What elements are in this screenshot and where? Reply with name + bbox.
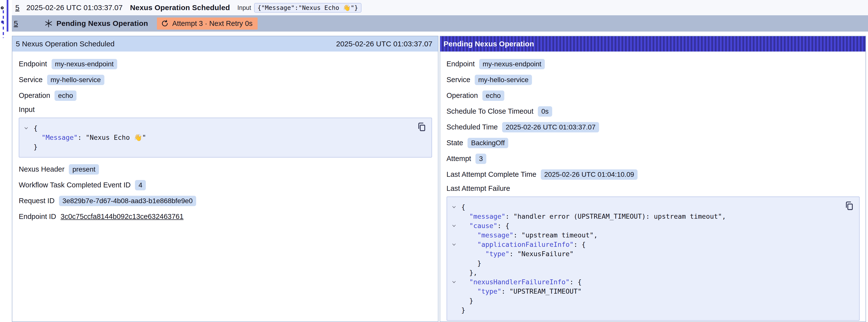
field-label: Workflow Task Completed Event ID <box>19 181 130 189</box>
json-line-text: } <box>34 142 37 152</box>
collapse-chevron-icon[interactable] <box>450 221 461 230</box>
event-input-label: Input <box>237 4 251 11</box>
event-history-list: 5 2025-02-26 UTC 01:03:37.07 Nexus Opera… <box>12 0 868 32</box>
field-scheduled-time: Scheduled Time 2025-02-26 UTC 01:03:37.0… <box>446 121 860 133</box>
field-value-badge: 2025-02-26 UTC 01:03:37.07 <box>502 122 599 132</box>
json-text-token: : "NexusFailure" <box>509 250 574 258</box>
attempt-retry-text: Attempt 3 · Next Retry 0s <box>172 20 253 28</box>
json-line: "message": "handler error (UPSTREAM_TIME… <box>450 212 840 221</box>
json-line-text: "Message": "Nexus Echo 👋" <box>34 133 146 142</box>
field-label: Last Attempt Complete Time <box>446 170 536 179</box>
json-line-text: "message": "handler error (UPSTREAM_TIME… <box>461 212 726 221</box>
code-gutter-spacer <box>22 142 34 152</box>
json-line-text: } <box>461 259 482 268</box>
field-label: Endpoint <box>446 60 475 68</box>
json-line-text: { <box>34 124 37 133</box>
field-value-badge: my-nexus-endpoint <box>479 59 545 69</box>
json-text-token: } <box>34 143 37 151</box>
json-line-text: } <box>461 305 465 315</box>
json-line-text: "applicationFailureInfo": { <box>461 240 586 249</box>
json-line-text: "type": "NexusFailure" <box>461 249 574 259</box>
json-key-token: "message" <box>477 231 514 239</box>
json-text-token: : "handler error (UPSTREAM_TIMEOUT): ups… <box>505 213 726 220</box>
field-request-id: Request ID 3e829b7e-7d67-4b08-aad3-b1e86… <box>19 195 432 206</box>
json-text-token: }, <box>469 269 477 277</box>
json-line-text: } <box>461 296 473 305</box>
json-text-token: : { <box>497 222 509 229</box>
json-key-token: "type" <box>477 288 502 295</box>
event-title: Nexus Operation Scheduled <box>130 3 230 12</box>
scheduled-event-panel: 5 Nexus Operation Scheduled 2025-02-26 U… <box>12 36 438 322</box>
json-line: "Message": "Nexus Echo 👋" <box>22 133 412 142</box>
timeline-selected-marker-icon <box>1 21 4 24</box>
event-id-link[interactable]: 5 <box>14 19 18 28</box>
field-workflow-task-completed-event-id: Workflow Task Completed Event ID 4 <box>19 179 432 191</box>
scheduled-panel-title: 5 Nexus Operation Scheduled <box>16 40 115 48</box>
field-value-badge: 3e829b7e-7d67-4b08-aad3-b1e868bfe9e0 <box>59 196 196 206</box>
json-line: } <box>22 142 412 152</box>
input-section-label: Input <box>19 105 432 114</box>
collapse-chevron-icon[interactable] <box>22 124 34 133</box>
field-label: Schedule To Close Timeout <box>446 107 534 116</box>
retry-icon <box>161 20 169 27</box>
code-gutter-spacer <box>450 296 461 305</box>
field-label: Request ID <box>19 197 55 205</box>
code-gutter-spacer <box>450 249 461 259</box>
field-label: Scheduled Time <box>446 123 498 131</box>
event-id-link[interactable]: 5 <box>15 3 20 12</box>
code-gutter-spacer <box>450 259 461 268</box>
json-text-token: } <box>461 306 465 314</box>
field-value-badge: BackingOff <box>468 138 508 148</box>
json-text-token: : "UPSTREAM_TIMEOUT" <box>501 288 582 295</box>
field-attempt: Attempt 3 <box>446 153 860 164</box>
scheduled-panel-header: 5 Nexus Operation Scheduled 2025-02-26 U… <box>12 36 438 52</box>
collapse-chevron-icon[interactable] <box>450 278 461 287</box>
json-text-token: } <box>469 297 473 304</box>
json-line: { <box>450 202 840 212</box>
scheduled-panel-timestamp: 2025-02-26 UTC 01:03:37.07 <box>336 40 432 48</box>
event-timestamp: 2025-02-26 UTC 01:03:37.07 <box>26 3 123 12</box>
json-line: } <box>450 305 840 315</box>
event-row-pending[interactable]: 5 Pending Nexus Operation Attempt 3 · Ne… <box>12 15 868 32</box>
field-value-badge: echo <box>483 91 504 101</box>
json-line-text: "message": "upstream timeout", <box>461 230 598 240</box>
json-line-text: "nexusHandlerFailureInfo": { <box>461 278 582 287</box>
endpoint-id-link[interactable]: 3c0c75ccfa8144b092c13ce632463761 <box>61 213 184 221</box>
copy-icon[interactable] <box>417 122 427 132</box>
field-endpoint: Endpoint my-nexus-endpoint <box>446 58 860 70</box>
json-text-token: : "upstream timeout", <box>514 231 597 239</box>
field-value-badge: 2025-02-26 UTC 01:04:10.09 <box>541 169 638 180</box>
field-label: Service <box>19 76 43 84</box>
json-line: } <box>450 259 840 268</box>
failure-json-viewer: {"message": "handler error (UPSTREAM_TIM… <box>446 196 860 321</box>
json-line: { <box>22 124 412 133</box>
field-endpoint-id: Endpoint ID 3c0c75ccfa8144b092c13ce63246… <box>19 211 432 222</box>
json-key-token: "Message" <box>42 134 78 141</box>
collapse-chevron-icon[interactable] <box>450 202 461 212</box>
field-value-badge: my-nexus-endpoint <box>52 59 117 69</box>
code-gutter-spacer <box>450 287 461 296</box>
json-key-token: "type" <box>485 250 509 258</box>
json-text-token: { <box>461 203 465 211</box>
scheduled-panel-body: Endpoint my-nexus-endpoint Service my-he… <box>12 52 438 222</box>
field-label: Nexus Header <box>19 165 64 173</box>
event-row-scheduled[interactable]: 5 2025-02-26 UTC 01:03:37.07 Nexus Opera… <box>12 0 868 15</box>
copy-icon[interactable] <box>844 201 854 211</box>
event-detail-panels: 5 Nexus Operation Scheduled 2025-02-26 U… <box>12 36 866 322</box>
field-operation: Operation echo <box>446 90 860 101</box>
json-line: } <box>450 296 840 305</box>
json-line: "nexusHandlerFailureInfo": { <box>450 278 840 287</box>
json-text-token: : { <box>569 278 582 286</box>
json-key-token: "cause" <box>469 222 497 229</box>
failure-section-label: Last Attempt Failure <box>446 185 860 193</box>
field-value-badge: 3 <box>475 154 486 164</box>
json-text-token: : { <box>574 240 586 248</box>
json-line: "applicationFailureInfo": { <box>450 240 840 249</box>
json-line-text: "type": "UPSTREAM_TIMEOUT" <box>461 287 582 296</box>
field-last-attempt-complete-time: Last Attempt Complete Time 2025-02-26 UT… <box>446 169 860 180</box>
pending-panel-body: Endpoint my-nexus-endpoint Service my-he… <box>440 52 866 322</box>
json-text-token: } <box>477 259 482 267</box>
collapse-chevron-icon[interactable] <box>450 240 461 249</box>
event-input-preview-chip: {"Message":"Nexus Echo 👋"} <box>254 3 362 12</box>
field-service: Service my-hello-service <box>446 74 860 86</box>
